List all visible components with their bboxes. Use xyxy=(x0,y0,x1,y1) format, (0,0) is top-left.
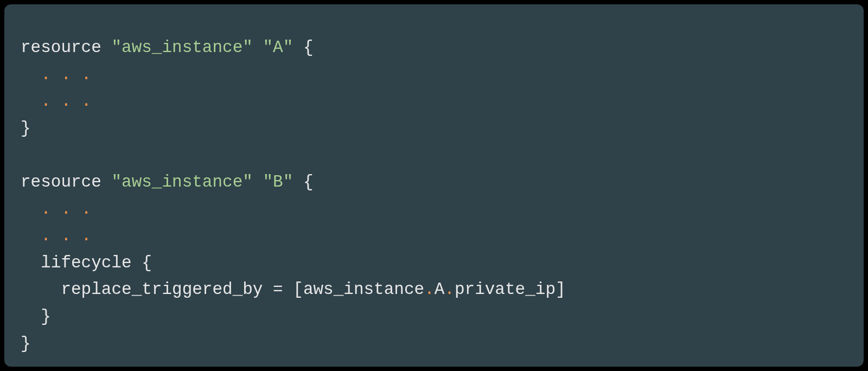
code-token: lifecycle { xyxy=(21,253,152,272)
code-line: resource "aws_instance" "A" { xyxy=(21,34,847,61)
code-token: . . . xyxy=(41,200,91,219)
code-line: lifecycle { xyxy=(21,250,847,277)
code-token: . . . xyxy=(41,65,91,84)
code-token: . xyxy=(444,280,455,299)
code-line: } xyxy=(21,115,847,142)
code-token: . . . xyxy=(41,92,91,111)
code-line: . . . xyxy=(21,196,847,223)
code-line: . . . xyxy=(21,61,847,88)
code-token: A xyxy=(435,280,445,299)
code-line: resource "aws_instance" "B" { xyxy=(21,169,847,196)
code-token xyxy=(21,226,41,245)
code-token: replace_triggered_by = [aws_instance xyxy=(21,280,424,299)
code-token: "A" xyxy=(263,38,293,57)
code-line: . . . xyxy=(21,88,847,115)
code-line xyxy=(21,142,847,169)
code-token: } xyxy=(21,334,31,353)
code-token xyxy=(21,65,41,84)
code-token xyxy=(21,200,41,219)
code-token: private_ip] xyxy=(455,280,566,299)
code-line: } xyxy=(21,330,847,357)
code-token: resource xyxy=(21,38,111,57)
code-token: } xyxy=(21,119,31,138)
code-line: replace_triggered_by = [aws_instance.A.p… xyxy=(21,276,847,303)
code-token: "B" xyxy=(263,172,293,191)
code-token: "aws_instance" xyxy=(111,172,252,191)
code-line: } xyxy=(21,303,847,330)
code-line: . . . xyxy=(21,222,847,250)
code-token: } xyxy=(21,307,51,326)
code-token: { xyxy=(293,172,313,191)
code-token: . . . xyxy=(41,226,91,245)
code-block: resource "aws_instance" "A" { . . . . . … xyxy=(4,4,864,367)
code-token: { xyxy=(293,38,313,57)
code-token: "aws_instance" xyxy=(111,38,252,57)
code-token xyxy=(21,92,41,111)
code-token xyxy=(253,38,263,57)
code-token: resource xyxy=(21,172,111,191)
code-token xyxy=(253,172,263,191)
code-token: . xyxy=(424,280,435,299)
